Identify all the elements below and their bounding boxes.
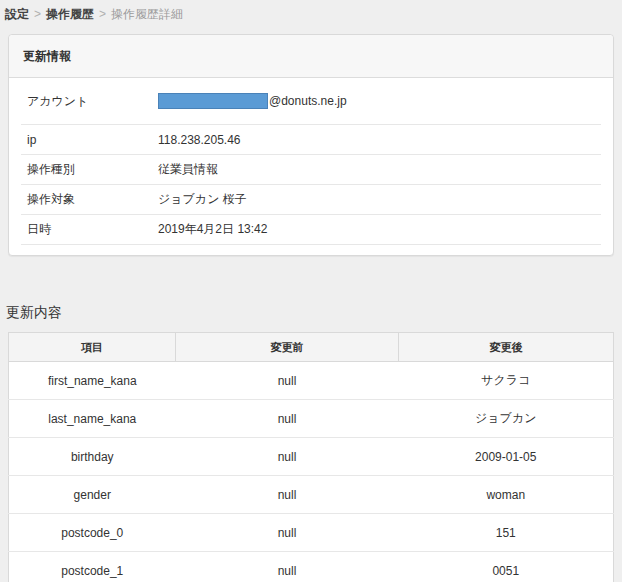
breadcrumb-separator-icon: > — [34, 7, 41, 21]
cell-before: null — [176, 438, 399, 476]
cell-item: first_name_kana — [9, 362, 176, 400]
account-domain-text: @donuts.ne.jp — [269, 94, 347, 108]
column-header-before: 変更前 — [176, 333, 399, 362]
cell-item: postcode_0 — [9, 514, 176, 552]
cell-before: null — [176, 476, 399, 514]
update-content-title: 更新内容 — [6, 305, 622, 320]
info-value-account: @donuts.ne.jp — [158, 93, 347, 109]
breadcrumb-link-operation-history[interactable]: 操作履歴 — [46, 7, 94, 21]
table-row: last_name_kana null ジョブカン — [9, 400, 614, 438]
column-header-item: 項目 — [9, 333, 176, 362]
info-row-operation-type: 操作種別 従業員情報 — [21, 155, 601, 185]
cell-after: 2009-01-05 — [399, 438, 614, 476]
breadcrumb-link-settings[interactable]: 設定 — [5, 7, 29, 21]
cell-after: 0051 — [399, 552, 614, 582]
cell-before: null — [176, 552, 399, 582]
cell-after: woman — [399, 476, 614, 514]
info-label-datetime: 日時 — [21, 221, 158, 238]
breadcrumb-current-page: 操作履歴詳細 — [111, 7, 183, 21]
update-info-panel-title: 更新情報 — [9, 35, 613, 78]
info-value-operation-target: ジョブカン 桜子 — [158, 191, 247, 208]
cell-after: サクラコ — [399, 362, 614, 400]
table-header-row: 項目 変更前 変更後 — [9, 333, 614, 362]
table-row: gender null woman — [9, 476, 614, 514]
cell-item: postcode_1 — [9, 552, 176, 582]
info-label-operation-target: 操作対象 — [21, 191, 158, 208]
changes-table: 項目 変更前 変更後 first_name_kana null サクラコ las… — [8, 332, 614, 582]
info-label-account: アカウント — [21, 93, 158, 110]
breadcrumb: 設定>操作履歴>操作履歴詳細 — [0, 0, 622, 23]
cell-item: last_name_kana — [9, 400, 176, 438]
info-value-ip: 118.238.205.46 — [158, 133, 241, 147]
redacted-account-box — [158, 93, 268, 109]
column-header-after: 変更後 — [399, 333, 614, 362]
update-info-panel: 更新情報 アカウント @donuts.ne.jp ip 118.238.205.… — [8, 34, 614, 256]
cell-item: gender — [9, 476, 176, 514]
info-row-ip: ip 118.238.205.46 — [21, 125, 601, 155]
info-label-ip: ip — [21, 133, 158, 147]
table-row: birthday null 2009-01-05 — [9, 438, 614, 476]
update-info-panel-body: アカウント @donuts.ne.jp ip 118.238.205.46 操作… — [9, 78, 613, 255]
cell-after: 151 — [399, 514, 614, 552]
cell-before: null — [176, 362, 399, 400]
breadcrumb-separator-icon: > — [99, 7, 106, 21]
info-value-operation-type: 従業員情報 — [158, 161, 218, 178]
info-row-account: アカウント @donuts.ne.jp — [21, 78, 601, 125]
table-row: postcode_0 null 151 — [9, 514, 614, 552]
info-label-operation-type: 操作種別 — [21, 161, 158, 178]
table-row: first_name_kana null サクラコ — [9, 362, 614, 400]
info-value-datetime: 2019年4月2日 13:42 — [158, 221, 267, 238]
cell-before: null — [176, 514, 399, 552]
table-row: postcode_1 null 0051 — [9, 552, 614, 582]
cell-after: ジョブカン — [399, 400, 614, 438]
cell-before: null — [176, 400, 399, 438]
cell-item: birthday — [9, 438, 176, 476]
info-row-datetime: 日時 2019年4月2日 13:42 — [21, 215, 601, 245]
info-row-operation-target: 操作対象 ジョブカン 桜子 — [21, 185, 601, 215]
